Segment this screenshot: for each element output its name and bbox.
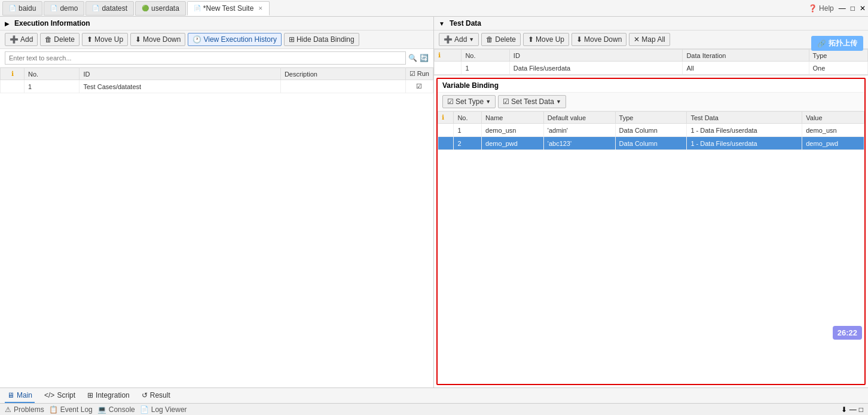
test-data-delete-button[interactable]: 🗑 Delete: [481, 33, 521, 46]
cell-id: Test Cases/datatest: [80, 80, 280, 93]
status-event-log[interactable]: 📋 Event Log: [49, 405, 93, 414]
vb-cell-value-2: demo_pwd: [802, 137, 864, 150]
problems-icon: ⚠: [5, 405, 11, 414]
help-label: Help: [819, 4, 834, 13]
status-expand-icon[interactable]: □: [859, 405, 863, 414]
tab-integration[interactable]: ⊞ Integration: [85, 388, 132, 403]
add-button[interactable]: ➕ Add: [5, 33, 38, 46]
close-icon[interactable]: ✕: [860, 4, 866, 13]
move-down-button[interactable]: ⬇ Move Down: [130, 33, 185, 46]
tab-datatest[interactable]: 📄 datatest: [85, 1, 134, 16]
add-icon: ➕: [10, 35, 19, 44]
view-execution-history-button[interactable]: 🕐 View Execution History: [188, 33, 282, 46]
refresh-icon[interactable]: 🔄: [420, 54, 429, 62]
vb-row-1[interactable]: 1 demo_usn 'admin' Data Column 1 - Data …: [438, 124, 864, 137]
delete-button[interactable]: 🗑 Delete: [40, 33, 80, 46]
tab-icon-new-test-suite: 📄: [194, 5, 201, 11]
execution-info-title: Execution Information: [14, 19, 90, 28]
vb-cell-no-1: 1: [454, 124, 482, 137]
test-data-move-up-label: Move Up: [536, 35, 564, 44]
execution-info-toggle[interactable]: ▶: [5, 20, 10, 27]
execution-toolbar: ➕ Add 🗑 Delete ⬆ Move Up ⬇ Move Down 🕐 V…: [0, 30, 433, 49]
td-cell-info: [435, 62, 461, 75]
set-type-label: Set Type: [456, 97, 484, 106]
tab-baidu[interactable]: 📄 baidu: [2, 1, 42, 16]
move-down-label: Move Down: [143, 35, 181, 44]
status-console[interactable]: 💻 Console: [97, 405, 135, 414]
td-col-id: ID: [509, 50, 683, 62]
left-panel: ▶ Execution Information ➕ Add 🗑 Delete ⬆…: [0, 17, 434, 387]
tab-script[interactable]: </> Script: [42, 388, 78, 403]
vb-col-no: No.: [454, 112, 482, 124]
status-log-viewer[interactable]: 📄 Log Viewer: [140, 405, 187, 414]
problems-label: Problems: [14, 405, 44, 414]
vb-cell-name-1: demo_usn: [482, 124, 544, 137]
move-down-icon: ⬇: [135, 35, 141, 44]
test-data-row[interactable]: 1 Data Files/userdata All One: [435, 62, 868, 75]
vb-cell-type-1: Data Column: [615, 124, 687, 137]
test-data-title: Test Data: [450, 19, 481, 28]
tab-icon-demo: 📄: [50, 5, 57, 11]
tab-result[interactable]: ↺ Result: [139, 388, 173, 403]
status-minimize-icon[interactable]: —: [849, 405, 857, 414]
event-log-icon: 📋: [49, 405, 58, 414]
test-data-map-all-button[interactable]: ✕ Map All: [629, 33, 670, 46]
test-data-move-down-icon: ⬇: [576, 35, 582, 44]
set-type-button[interactable]: ☑ Set Type ▼: [442, 95, 496, 108]
hide-data-binding-button[interactable]: ⊞ Hide Data Binding: [284, 33, 359, 46]
add-label: Add: [20, 35, 33, 44]
tab-main[interactable]: 🖥 Main: [5, 388, 35, 403]
vb-col-value: Value: [802, 112, 864, 124]
move-up-icon: ⬆: [87, 35, 93, 44]
set-test-data-dropdown-icon[interactable]: ▼: [556, 99, 561, 105]
console-icon: 💻: [97, 405, 106, 414]
delete-label: Delete: [54, 35, 75, 44]
event-log-label: Event Log: [60, 405, 93, 414]
execution-info-header: ▶ Execution Information: [0, 17, 433, 30]
history-icon: 🕐: [192, 35, 201, 44]
test-data-add-button[interactable]: ➕ Add ▼: [439, 33, 479, 46]
status-problems[interactable]: ⚠ Problems: [5, 405, 44, 414]
move-up-button[interactable]: ⬆ Move Up: [82, 33, 128, 46]
tab-integration-label: Integration: [96, 391, 130, 399]
maximize-icon[interactable]: □: [851, 4, 855, 13]
vb-cell-no-2: 2: [454, 137, 482, 150]
right-panel: ▼ Test Data ➕ Add ▼ 🗑 Delete ⬆ Move Up: [434, 17, 868, 387]
tab-demo[interactable]: 📄 demo: [44, 1, 84, 16]
status-collapse-icon[interactable]: ⬇: [841, 405, 847, 414]
tab-bar-right: ❓ Help — □ ✕: [808, 4, 866, 13]
td-cell-no: 1: [461, 62, 509, 75]
table-row[interactable]: 1 Test Cases/datatest ☑: [1, 80, 433, 93]
cell-description: [280, 80, 405, 93]
tab-label-baidu: baidu: [19, 4, 36, 13]
tab-label-new-test-suite: *New Test Suite: [203, 4, 254, 13]
test-data-move-up-icon: ⬆: [528, 35, 534, 44]
tab-userdata[interactable]: 🟢 userdata: [135, 1, 186, 16]
tab-new-test-suite[interactable]: 📄 *New Test Suite ✕: [187, 1, 270, 16]
search-icon[interactable]: 🔍: [408, 54, 417, 62]
upload-label: 拓扑上传: [829, 38, 857, 48]
set-type-dropdown-icon[interactable]: ▼: [485, 99, 491, 105]
test-data-delete-icon: 🗑: [486, 35, 493, 44]
add-dropdown-icon[interactable]: ▼: [469, 36, 474, 42]
main-area: ▶ Execution Information ➕ Add 🗑 Delete ⬆…: [0, 17, 868, 387]
help-button[interactable]: ❓ Help: [808, 4, 834, 13]
tab-close-new-test-suite[interactable]: ✕: [258, 5, 263, 11]
td-col-iteration: Data Iteration: [683, 50, 809, 62]
set-test-data-button[interactable]: ☑ Set Test Data ▼: [498, 95, 566, 108]
test-data-table: ℹ No. ID Data Iteration Type 1 Data File…: [434, 49, 868, 75]
cell-no: 1: [25, 80, 80, 93]
tab-main-label: Main: [17, 391, 32, 399]
bottom-tabs: 🖥 Main </> Script ⊞ Integration ↺ Result: [0, 387, 868, 403]
upload-button[interactable]: 🔗 拓扑上传: [811, 36, 863, 51]
vb-cell-info-2: [438, 137, 454, 150]
search-input[interactable]: [5, 51, 406, 65]
tab-label-demo: demo: [60, 4, 78, 13]
test-data-move-up-button[interactable]: ⬆ Move Up: [523, 33, 569, 46]
vb-cell-name-2: demo_pwd: [482, 137, 544, 150]
execution-table: ℹ No. ID Description ☑ Run 1 Test Cases/…: [0, 68, 433, 387]
minimize-icon[interactable]: —: [839, 4, 846, 13]
test-data-move-down-button[interactable]: ⬇ Move Down: [571, 33, 626, 46]
vb-row-2[interactable]: 2 demo_pwd 'abc123' Data Column 1 - Data…: [438, 137, 864, 150]
test-data-toggle[interactable]: ▼: [439, 20, 445, 27]
